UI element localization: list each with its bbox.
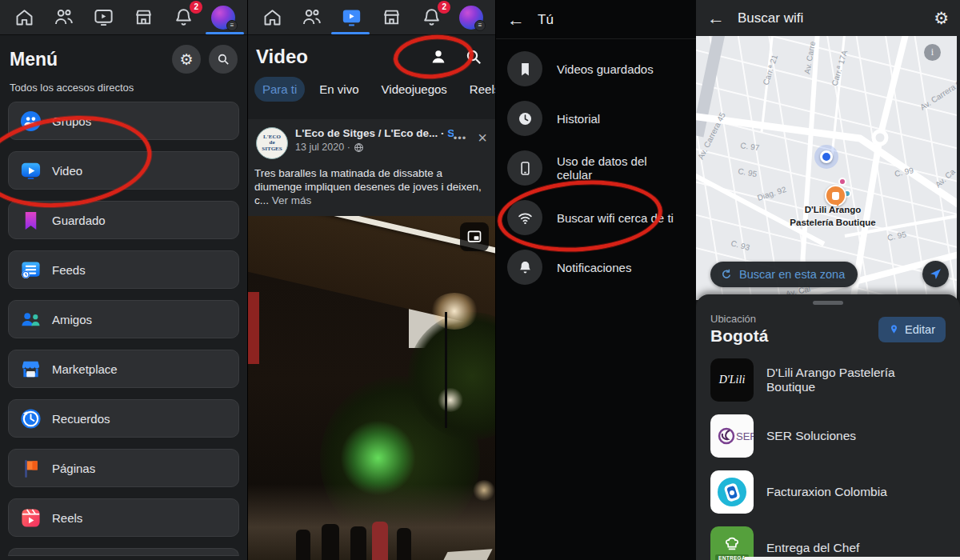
tab-para-ti[interactable]: Para ti bbox=[254, 77, 305, 102]
notification-badge: 2 bbox=[190, 1, 202, 14]
home-tab[interactable] bbox=[10, 4, 38, 31]
top-nav-bar: 2 ≡ bbox=[248, 0, 495, 35]
video-shortcut-icon bbox=[20, 160, 42, 182]
cup-icon bbox=[832, 192, 839, 200]
facebook-wifi-tutorial-screenshot: 2 ≡ Menú ⚙ Todos los accesos directos Gr… bbox=[0, 0, 960, 560]
menu-tab[interactable]: ≡ bbox=[210, 4, 237, 31]
place-name: D'Lili Arango Pastelería Boutique bbox=[766, 366, 946, 394]
tab-videojuegos[interactable]: Videojuegos bbox=[374, 77, 455, 102]
video-tab-active[interactable] bbox=[338, 4, 366, 31]
video-post: L'ECO de SITGES L'Eco de Sitges / L'Eco … bbox=[248, 119, 495, 560]
menu-item-guardado[interactable]: Guardado bbox=[8, 201, 239, 239]
page-title: Buscar wifi bbox=[738, 10, 921, 26]
menu-lines-icon: ≡ bbox=[226, 20, 238, 31]
page-avatar[interactable]: L'ECO de SITGES bbox=[256, 127, 288, 159]
home-indicator bbox=[745, 557, 960, 560]
menu-item-video[interactable]: Video bbox=[8, 151, 239, 190]
menu-item-label: Guardado bbox=[52, 214, 106, 227]
notifications-tab[interactable]: 2 bbox=[418, 4, 445, 31]
place-row-entrega[interactable]: ENTREGA Entrega del Chef bbox=[696, 520, 960, 560]
you-menu-list: Videos guardados Historial Uso de datos … bbox=[496, 39, 696, 292]
item-videos-guardados[interactable]: Videos guardados bbox=[496, 44, 696, 94]
saved-icon bbox=[20, 210, 42, 231]
see-more-link[interactable]: Ver más bbox=[272, 194, 312, 206]
avatar-text: SITGES bbox=[262, 146, 282, 152]
follow-link[interactable]: Seguir bbox=[447, 127, 453, 139]
item-buscar-wifi[interactable]: Buscar wifi cerca de ti bbox=[496, 193, 696, 242]
item-historial[interactable]: Historial bbox=[496, 94, 696, 143]
menu-item-paginas[interactable]: Páginas bbox=[8, 449, 239, 487]
item-notificaciones[interactable]: Notificaciones bbox=[496, 242, 696, 292]
place-row-dlili[interactable]: D'Lili D'Lili Arango Pastelería Boutique bbox=[696, 352, 960, 408]
post-page-name[interactable]: L'Eco de Sitges / L'Eco de... bbox=[295, 127, 438, 139]
video-icon bbox=[93, 6, 114, 28]
place-row-facturaxion[interactable]: Facturaxion Colombia bbox=[696, 464, 960, 520]
poi-marker-bakery[interactable] bbox=[825, 185, 846, 206]
svg-text:SER: SER bbox=[736, 430, 754, 442]
menu-item-amigos[interactable]: Amigos bbox=[8, 300, 239, 338]
edit-location-button[interactable]: Editar bbox=[878, 317, 946, 342]
chef-hat-icon bbox=[718, 535, 746, 554]
menu-item-label: Recuerdos bbox=[52, 412, 110, 426]
poi-dot-pink[interactable] bbox=[838, 178, 846, 186]
tab-en-vivo[interactable]: En vivo bbox=[311, 77, 366, 102]
current-location-dot bbox=[820, 150, 833, 163]
menu-item-feeds[interactable]: Feeds bbox=[8, 250, 239, 289]
wifi-map[interactable]: Av. Carrera 45 Carr.ª 21 Av. Carre Carr.… bbox=[696, 36, 960, 300]
active-tab-underline bbox=[206, 32, 244, 34]
my-location-button[interactable] bbox=[922, 261, 949, 287]
page-title: Video bbox=[256, 46, 308, 68]
home-tab[interactable] bbox=[258, 4, 286, 31]
post-date: 13 jul 2020 · bbox=[295, 142, 350, 153]
search-this-zone-button[interactable]: Buscar en esta zona bbox=[710, 262, 858, 287]
notification-badge: 2 bbox=[438, 1, 450, 14]
notifications-tab[interactable]: 2 bbox=[170, 4, 197, 31]
friends-tab[interactable] bbox=[50, 4, 78, 31]
shortcut-list: Grupos Video Guardado Feeds Amigos Marke… bbox=[0, 102, 247, 556]
marketplace-tab[interactable] bbox=[130, 4, 157, 31]
back-button[interactable]: ← bbox=[507, 11, 525, 29]
item-uso-datos[interactable]: Uso de datos del celular bbox=[496, 143, 696, 193]
map-info-button[interactable]: i bbox=[924, 44, 941, 61]
profile-videos-button[interactable] bbox=[426, 45, 450, 69]
top-nav-bar: 2 ≡ bbox=[0, 0, 247, 35]
search-button[interactable] bbox=[209, 45, 238, 74]
friends-tab[interactable] bbox=[298, 4, 326, 31]
ser-logo-art: SER bbox=[710, 414, 754, 458]
video-player[interactable] bbox=[248, 216, 495, 560]
menu-item-label: Marketplace bbox=[52, 362, 118, 376]
marketplace-tab[interactable] bbox=[378, 4, 405, 31]
picture-in-picture-button[interactable] bbox=[460, 222, 489, 251]
scene-person bbox=[322, 524, 339, 560]
profile-avatar: ≡ bbox=[459, 6, 483, 30]
menu-item-reels[interactable]: Reels bbox=[8, 498, 239, 537]
menu-item-grupos[interactable]: Grupos bbox=[8, 102, 239, 140]
entrega-logo: ENTREGA bbox=[710, 526, 754, 560]
phone-icon bbox=[507, 150, 542, 186]
menu-tab[interactable]: ≡ bbox=[458, 4, 485, 31]
menu-item-recuerdos[interactable]: Recuerdos bbox=[8, 399, 239, 438]
post-options-button[interactable]: ••• bbox=[454, 132, 467, 144]
tab-reels[interactable]: Reels bbox=[462, 77, 496, 102]
menu-item-label: Feeds bbox=[52, 263, 86, 277]
menu-item-partial[interactable] bbox=[8, 548, 239, 556]
gear-icon: ⚙ bbox=[179, 52, 193, 67]
back-button[interactable]: ← bbox=[707, 10, 725, 27]
search-button[interactable] bbox=[462, 45, 486, 69]
reels-icon bbox=[20, 507, 42, 529]
video-tab[interactable] bbox=[90, 4, 118, 31]
scene-person bbox=[397, 528, 411, 560]
settings-button[interactable]: ⚙ bbox=[172, 45, 201, 74]
menu-item-marketplace[interactable]: Marketplace bbox=[8, 350, 239, 388]
scene-street-lamp bbox=[430, 293, 478, 330]
panel-video-feed: 2 ≡ Video Para ti En vivo Videojuegos Re… bbox=[248, 0, 496, 560]
ser-logo: SER bbox=[710, 414, 754, 458]
place-row-ser[interactable]: SER SER Soluciones bbox=[696, 408, 960, 464]
person-icon bbox=[429, 47, 448, 66]
menu-item-label: Video bbox=[52, 164, 82, 178]
post-close-button[interactable]: × bbox=[478, 132, 487, 143]
bookmark-icon bbox=[507, 51, 542, 86]
pip-icon bbox=[466, 229, 482, 245]
settings-gear-icon[interactable]: ⚙ bbox=[934, 10, 949, 26]
menu-item-label: Reels bbox=[52, 511, 82, 525]
